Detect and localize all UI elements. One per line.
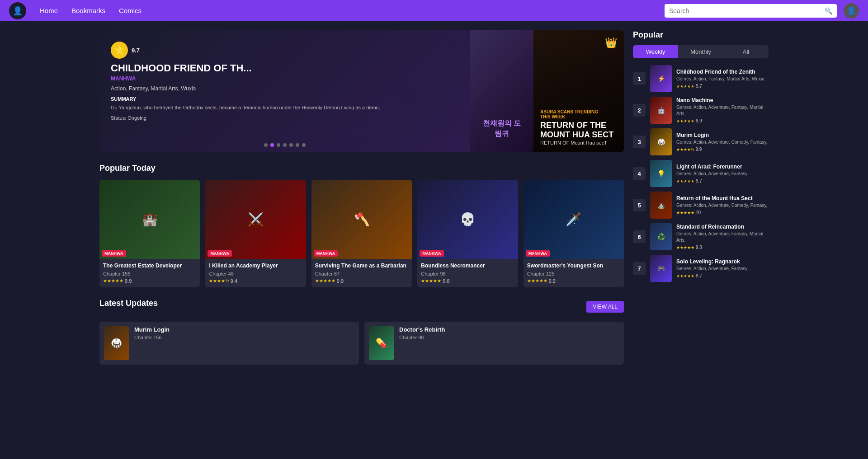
hero-main[interactable]: ⭐ 9.7 CHILDHOOD FRIEND OF TH... MANHWA A… xyxy=(99,30,470,152)
popular-tabs: Weekly Monthly All xyxy=(633,45,769,58)
stars-sm-2: ★★★★½ xyxy=(676,147,694,152)
avatar-icon: 👤 xyxy=(847,6,856,15)
tab-weekly[interactable]: Weekly xyxy=(633,45,678,58)
latest-updates-section: Latest Updates VIEW ALL 🥋 Murim Login Ch… xyxy=(99,299,624,365)
hero-badge: ⭐ 9.7 xyxy=(111,42,459,59)
hero-summary-text: Gu Yangchun, who betrayed the Orthodox s… xyxy=(111,104,459,112)
popular-item-details-6: Solo Leveling: Ragnarok Genres: Action, … xyxy=(676,258,769,278)
latest-item-1[interactable]: 💊 Doctor's Rebirth Chapter 98 xyxy=(364,322,624,365)
tab-monthly[interactable]: Monthly xyxy=(678,45,723,58)
trending-crown-icon: 👑 xyxy=(605,37,617,49)
hero-dot-2[interactable] xyxy=(270,143,274,147)
manga-card-badge-2: MANHWA xyxy=(314,250,338,257)
popular-rank-4: 5 xyxy=(633,199,646,211)
manga-card-cover-2: 🪓 MANHWA xyxy=(311,180,412,259)
popular-item-genres-3: Genres: Action, Adventure, Fantasy xyxy=(676,171,769,177)
popular-item-genres-4: Genres: Action, Adventure, Comedy, Fanta… xyxy=(676,202,769,209)
popular-item-cover-6: 🎮 xyxy=(650,255,672,282)
popular-item-cover-0: ⚡ xyxy=(650,65,672,92)
popular-item-rating-5: ★★★★★ 9.8 xyxy=(676,245,769,250)
rating-sm-6: 9.7 xyxy=(696,273,702,278)
latest-info-1: Doctor's Rebirth Chapter 98 xyxy=(399,326,619,360)
hero-dot-3[interactable] xyxy=(277,143,280,147)
hero-subtitle: MANHWA xyxy=(111,75,459,82)
popular-today-grid: 🏰 MANHWA The Greatest Estate Developer C… xyxy=(99,180,624,287)
manga-card-bg-0: 🏰 xyxy=(99,180,200,259)
popular-item-title-1: Nano Machine xyxy=(676,97,769,103)
manga-card-3[interactable]: 💀 MANHWA Boundless Necromancer Chapter 9… xyxy=(417,180,518,287)
manga-card-bg-1: ⚔️ xyxy=(205,180,306,259)
manga-card-rating-4: ★★★★★ 9.9 xyxy=(527,278,620,284)
manga-card-4[interactable]: 🗡️ MANHWA Swordmaster's Youngest Son Cha… xyxy=(524,180,624,287)
manga-card-cover-3: 💀 MANHWA xyxy=(417,180,518,259)
latest-updates-title: Latest Updates xyxy=(99,299,158,308)
nav-comics[interactable]: Comics xyxy=(119,7,142,14)
latest-item-0[interactable]: 🥋 Murim Login Chapter 156 xyxy=(99,322,359,365)
manga-card-info-0: The Greatest Estate Developer Chapter 15… xyxy=(99,259,200,287)
stars-sm-5: ★★★★★ xyxy=(676,245,694,250)
latest-chapter-1: Chapter 98 xyxy=(399,335,619,340)
popular-item-cover-1: 🤖 xyxy=(650,97,672,124)
manga-card-0[interactable]: 🏰 MANHWA The Greatest Estate Developer C… xyxy=(99,180,200,287)
hero-dot-4[interactable] xyxy=(283,143,287,147)
popular-item-title-3: Light of Arad: Forerunner xyxy=(676,164,769,170)
stars-4: ★★★★★ xyxy=(527,278,547,283)
search-input[interactable] xyxy=(669,7,825,14)
user-avatar[interactable]: 👤 xyxy=(844,3,859,19)
manga-card-bg-2: 🪓 xyxy=(311,180,412,259)
manga-card-title-2: Surviving The Game as a Barbarian xyxy=(315,262,408,270)
latest-cover-0: 🥋 xyxy=(104,326,129,360)
hero-dot-6[interactable] xyxy=(296,143,299,147)
popular-item-title-5: Standard of Reincarnation xyxy=(676,224,769,230)
manga-card-1[interactable]: ⚔️ MANHWA I Killed an Academy Player Cha… xyxy=(205,180,306,287)
popular-rank-5: 6 xyxy=(633,230,646,243)
hero-dot-5[interactable] xyxy=(289,143,293,147)
manga-card-chapter-2: Chapter 67 xyxy=(315,271,408,276)
popular-item-title-4: Return of the Mount Hua Sect xyxy=(676,195,769,201)
hero-dot-7[interactable] xyxy=(302,143,306,147)
manga-card-bg-4: 🗡️ xyxy=(524,180,624,259)
hero-summary-label: SUMMARY xyxy=(111,96,459,102)
popular-rank-2: 3 xyxy=(633,136,646,148)
popular-item-6[interactable]: 7 🎮 Solo Leveling: Ragnarok Genres: Acti… xyxy=(633,255,769,282)
nav-home[interactable]: Home xyxy=(40,7,58,14)
popular-item-genres-6: Genres: Action, Adventure, Fantasy xyxy=(676,266,769,272)
manga-card-badge-1: MANHWA xyxy=(208,250,232,257)
popular-item-0[interactable]: 1 ⚡ Childhood Friend of the Zenith Genre… xyxy=(633,65,769,92)
manga-card-2[interactable]: 🪓 MANHWA Surviving The Game as a Barbari… xyxy=(311,180,412,287)
hero-dots xyxy=(99,143,470,147)
stars-0: ★★★★★ xyxy=(103,278,123,283)
trending-title: RETURN OF THE MOUNT HUA SECT xyxy=(540,121,617,140)
trending-label: ASURA SCANS TRENDING THIS WEEK xyxy=(540,109,617,119)
rating-val-4: 9.9 xyxy=(549,278,556,284)
tab-all[interactable]: All xyxy=(723,45,769,58)
navbar: 👤 Home Bookmarks Comics 🔍 👤 xyxy=(0,0,868,21)
popular-item-rating-0: ★★★★★ 9.7 xyxy=(676,84,769,89)
popular-item-3[interactable]: 4 💡 Light of Arad: Forerunner Genres: Ac… xyxy=(633,160,769,187)
manga-card-info-2: Surviving The Game as a Barbarian Chapte… xyxy=(311,259,412,287)
manga-card-rating-1: ★★★★½ 9.4 xyxy=(209,278,302,284)
popular-item-rating-6: ★★★★★ 9.7 xyxy=(676,273,769,278)
manga-card-badge-3: MANHWA xyxy=(420,250,444,257)
hero-cover[interactable]: 천재원의 도림귀 xyxy=(470,30,533,152)
hero-trending-content: ASURA SCANS TRENDING THIS WEEK RETURN OF… xyxy=(540,109,617,145)
popular-item-4[interactable]: 5 ⛰️ Return of the Mount Hua Sect Genres… xyxy=(633,192,769,219)
popular-item-5[interactable]: 6 ♻️ Standard of Reincarnation Genres: A… xyxy=(633,223,769,250)
popular-item-1[interactable]: 2 🤖 Nano Machine Genres: Action, Adventu… xyxy=(633,97,769,124)
rating-sm-0: 9.7 xyxy=(696,84,702,89)
manga-card-chapter-1: Chapter 46 xyxy=(209,271,302,276)
hero-trending-banner[interactable]: 👑 ASURA SCANS TRENDING THIS WEEK RETURN … xyxy=(533,30,624,152)
hero-rating: 9.7 xyxy=(132,47,140,54)
hero-star-icon: ⭐ xyxy=(111,42,128,59)
popular-item-title-0: Childhood Friend of the Zenith xyxy=(676,69,769,75)
site-logo[interactable]: 👤 xyxy=(9,2,26,19)
view-all-button[interactable]: VIEW ALL xyxy=(586,301,624,313)
manga-card-badge-0: MANHWA xyxy=(102,250,126,257)
popular-item-2[interactable]: 3 🥋 Murim Login Genres: Action, Adventur… xyxy=(633,128,769,155)
popular-item-genres-2: Genres: Action, Adventure, Comedy, Fanta… xyxy=(676,139,769,145)
hero-dot-1[interactable] xyxy=(264,143,268,147)
popular-today-section: Popular Today 🏰 MANHWA The Greatest Esta… xyxy=(99,164,624,287)
nav-bookmarks[interactable]: Bookmarks xyxy=(71,7,105,14)
popular-item-details-3: Light of Arad: Forerunner Genres: Action… xyxy=(676,164,769,183)
hero-cover-image: 천재원의 도림귀 xyxy=(470,30,533,152)
